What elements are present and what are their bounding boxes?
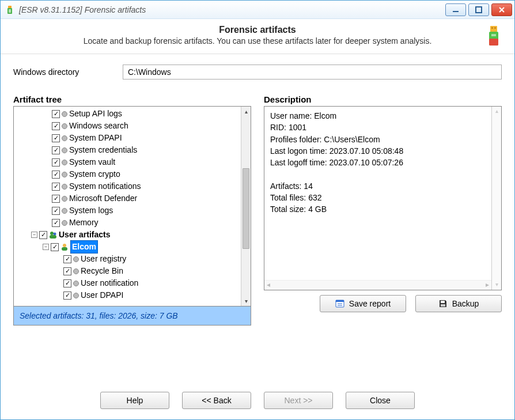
desc-line: User name: Elcom xyxy=(270,110,495,122)
svg-rect-3 xyxy=(453,11,459,12)
tree-item-label: Memory xyxy=(69,217,99,229)
desc-scrollbar-h[interactable]: ◂ ▸ xyxy=(264,280,491,290)
bullet-icon xyxy=(62,208,67,214)
checkbox-icon[interactable]: ✓ xyxy=(52,207,60,215)
checkbox-icon[interactable]: ✓ xyxy=(39,231,47,239)
desc-line: RID: 1001 xyxy=(270,122,495,133)
tree-item[interactable]: ✓System vault xyxy=(16,156,248,168)
tree-item[interactable]: ✓Setup API logs xyxy=(16,108,248,120)
tree-item-label: Windows search xyxy=(69,120,128,132)
artifact-tree[interactable]: ✓Setup API logs ✓Windows search ✓System … xyxy=(13,106,251,307)
app-icon xyxy=(5,5,14,14)
tree-item[interactable]: ✓User DPAPI xyxy=(16,289,248,301)
minimize-button[interactable] xyxy=(445,3,466,16)
scroll-down-icon[interactable]: ▾ xyxy=(241,296,251,306)
checkbox-icon[interactable]: ✓ xyxy=(63,292,71,300)
scroll-up-icon[interactable]: ▴ xyxy=(492,107,501,116)
checkbox-icon[interactable]: ✓ xyxy=(52,122,60,130)
save-report-button[interactable]: Save report xyxy=(320,295,406,312)
tree-item-label: User notification xyxy=(81,277,138,289)
svg-rect-7 xyxy=(494,27,496,29)
report-icon xyxy=(335,299,344,308)
tree-item[interactable]: ✓System credentials xyxy=(16,144,248,156)
back-button[interactable]: << Back xyxy=(182,392,251,409)
tree-scrollbar[interactable]: ▴ ▾ xyxy=(241,107,251,306)
backup-button[interactable]: Backup xyxy=(415,295,502,312)
tree-item[interactable]: ✓User notification xyxy=(16,277,248,289)
svg-point-12 xyxy=(54,232,56,235)
button-label: Help xyxy=(127,396,143,405)
scroll-down-icon[interactable]: ▾ xyxy=(492,280,501,290)
scroll-thumb[interactable] xyxy=(243,168,249,249)
checkbox-icon[interactable]: ✓ xyxy=(63,255,71,263)
floppy-icon xyxy=(438,299,448,308)
checkbox-icon[interactable]: ✓ xyxy=(52,183,60,191)
checkbox-icon[interactable]: ✓ xyxy=(52,110,60,118)
checkbox-icon[interactable]: ✓ xyxy=(52,134,60,142)
collapse-icon[interactable]: − xyxy=(31,232,37,238)
bullet-icon xyxy=(62,172,67,177)
scroll-left-icon[interactable]: ◂ xyxy=(267,280,270,290)
tree-item[interactable]: ✓User registry xyxy=(16,253,248,265)
checkbox-icon[interactable]: ✓ xyxy=(52,158,60,167)
left-pane: Artifact tree ✓Setup API logs ✓Windows s… xyxy=(13,94,251,381)
bullet-icon xyxy=(62,184,67,190)
svg-point-14 xyxy=(63,244,66,247)
checkbox-icon[interactable]: ✓ xyxy=(52,171,60,179)
collapse-icon[interactable]: − xyxy=(43,244,49,250)
tree-item[interactable]: ✓Recycle Bin xyxy=(16,265,248,277)
tree-item[interactable]: ✓Memory xyxy=(16,217,248,229)
tree-user-label: Elcom xyxy=(70,240,98,253)
page-description: Locate and backup forensic artifacts. Yo… xyxy=(12,36,503,46)
button-label: Next >> xyxy=(284,396,312,405)
scroll-right-icon[interactable]: ▸ xyxy=(486,280,489,290)
bullet-icon xyxy=(73,281,79,286)
tree-item-label: Recycle Bin xyxy=(81,265,123,277)
desc-scrollbar[interactable]: ▴ ▾ xyxy=(491,107,501,290)
tree-item[interactable]: ✓Windows search xyxy=(16,120,248,132)
checkbox-icon[interactable]: ✓ xyxy=(52,195,60,203)
close-button-footer[interactable]: Close xyxy=(346,392,415,409)
checkbox-icon[interactable]: ✓ xyxy=(63,267,71,275)
svg-rect-20 xyxy=(441,301,445,303)
close-icon xyxy=(498,6,505,13)
tree-item-label: System crypto xyxy=(69,168,120,180)
svg-rect-10 xyxy=(491,34,496,36)
bullet-icon xyxy=(62,135,67,141)
bullet-icon xyxy=(62,220,67,226)
tree-user-elcom[interactable]: − ✓ Elcom xyxy=(16,241,248,253)
tree-item[interactable]: ✓System crypto xyxy=(16,168,248,180)
svg-rect-15 xyxy=(62,247,67,251)
maximize-button[interactable] xyxy=(468,3,489,16)
scroll-up-icon[interactable]: ▴ xyxy=(241,107,251,116)
page-title: Forensic artifacts xyxy=(12,25,503,35)
tree-item[interactable]: ✓System DPAPI xyxy=(16,132,248,144)
close-button[interactable] xyxy=(491,3,512,16)
help-button[interactable]: Help xyxy=(100,392,169,409)
tree-item-label: User DPAPI xyxy=(81,289,123,301)
next-button: Next >> xyxy=(264,392,333,409)
svg-rect-21 xyxy=(441,304,445,307)
selection-status: Selected artifacts: 31, files: 2026, siz… xyxy=(13,307,251,326)
svg-rect-4 xyxy=(476,7,482,13)
maximize-icon xyxy=(475,6,482,13)
checkbox-icon[interactable]: ✓ xyxy=(52,219,60,227)
tree-item[interactable]: ✓System logs xyxy=(16,205,248,217)
checkbox-icon[interactable]: ✓ xyxy=(51,243,59,251)
button-label: Backup xyxy=(452,299,479,308)
right-pane: Description User name: Elcom RID: 1001 P… xyxy=(264,94,502,381)
svg-rect-17 xyxy=(336,300,344,302)
svg-rect-5 xyxy=(490,26,497,32)
svg-rect-6 xyxy=(491,27,493,29)
windows-dir-input[interactable] xyxy=(123,65,502,80)
panes: Artifact tree ✓Setup API logs ✓Windows s… xyxy=(13,94,502,381)
minimize-icon xyxy=(452,6,459,13)
tree-item[interactable]: ✓System notifications xyxy=(16,180,248,192)
tree-item-label: System credentials xyxy=(69,144,137,156)
checkbox-icon[interactable]: ✓ xyxy=(52,146,60,154)
checkbox-icon[interactable]: ✓ xyxy=(63,279,71,287)
tree-group-user-artifacts[interactable]: − ✓ User artifacts xyxy=(16,229,248,241)
titlebar[interactable]: [ESR v8.31.1152] Forensic artifacts xyxy=(1,1,514,19)
users-icon xyxy=(49,231,57,239)
tree-item[interactable]: ✓Microsoft Defender xyxy=(16,192,248,205)
